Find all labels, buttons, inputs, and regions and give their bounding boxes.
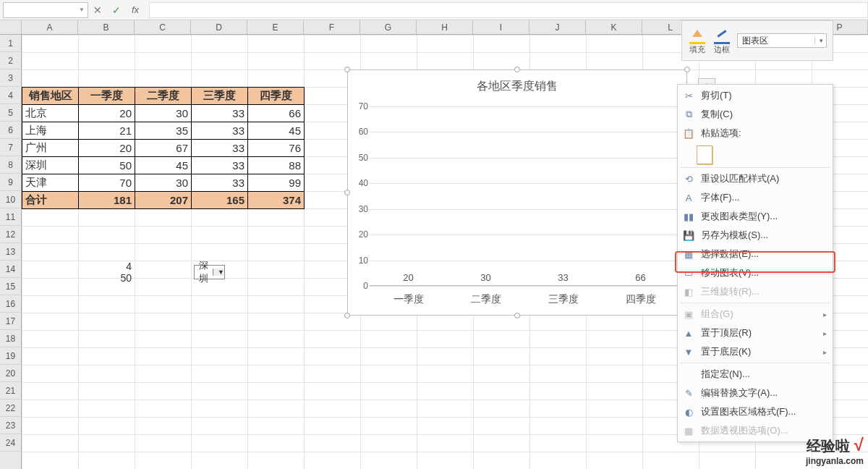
table-cell[interactable]: 45: [135, 157, 192, 174]
row-header[interactable]: 22: [0, 400, 21, 417]
table-cell[interactable]: 207: [135, 192, 192, 209]
row-header[interactable]: 1: [0, 35, 21, 52]
chart-plot-area[interactable]: 010203040506070 20303366 一季度二季度三季度四季度: [370, 106, 679, 286]
formula-input[interactable]: [149, 2, 868, 18]
table-cell[interactable]: 33: [192, 157, 248, 174]
row-header[interactable]: 3: [0, 69, 21, 87]
row-header[interactable]: 13: [0, 243, 21, 261]
column-header[interactable]: J: [529, 20, 586, 34]
column-header[interactable]: A: [22, 20, 78, 34]
table-cell[interactable]: 35: [135, 122, 192, 140]
table-cell[interactable]: 66: [248, 105, 305, 122]
table-cell[interactable]: 50: [79, 157, 135, 174]
column-header[interactable]: G: [360, 20, 417, 34]
menu-change-chart-type[interactable]: ▮▮更改图表类型(Y)...: [678, 207, 833, 226]
table-cell[interactable]: 深圳: [22, 157, 79, 174]
row-header[interactable]: 8: [0, 156, 21, 174]
menu-font[interactable]: A字体(F)...: [678, 188, 833, 207]
table-cell[interactable]: 30: [135, 174, 192, 192]
column-header[interactable]: H: [417, 20, 473, 34]
column-header[interactable]: C: [135, 20, 191, 34]
table-cell[interactable]: 67: [135, 140, 192, 157]
table-cell[interactable]: 45: [248, 122, 305, 140]
fx-icon[interactable]: fx: [126, 4, 145, 15]
table-cell[interactable]: 30: [135, 105, 192, 122]
menu-reset-style[interactable]: ⟲重设以匹配样式(A): [678, 169, 833, 188]
menu-send-back[interactable]: ▼置于底层(K)▸: [678, 342, 833, 361]
table-header[interactable]: 销售地区: [22, 88, 79, 105]
border-button[interactable]: 边框: [712, 26, 731, 55]
resize-handle[interactable]: [344, 313, 350, 318]
table-cell[interactable]: 北京: [22, 105, 79, 122]
row-header[interactable]: 5: [0, 104, 21, 122]
region-combo[interactable]: 深圳 ▼: [194, 265, 225, 279]
table-cell[interactable]: 165: [192, 192, 248, 209]
menu-cut[interactable]: ✂剪切(T): [678, 86, 833, 105]
table-cell[interactable]: 33: [192, 140, 248, 157]
row-header[interactable]: 4: [0, 87, 21, 104]
resize-handle[interactable]: [514, 313, 520, 318]
table-header[interactable]: 四季度: [248, 88, 305, 105]
column-header[interactable]: D: [191, 20, 247, 34]
resize-handle[interactable]: [344, 67, 350, 72]
table-header[interactable]: 二季度: [135, 88, 192, 105]
row-header[interactable]: 15: [0, 278, 21, 295]
table-cell[interactable]: 20: [79, 140, 135, 157]
menu-assign-macro[interactable]: 指定宏(N)...: [678, 365, 833, 384]
table-header[interactable]: 一季度: [79, 88, 135, 105]
table-cell[interactable]: 33: [192, 122, 248, 140]
row-header[interactable]: 23: [0, 417, 21, 434]
table-cell[interactable]: 天津: [22, 174, 79, 192]
table-cell[interactable]: 33: [192, 105, 248, 122]
row-header[interactable]: 14: [0, 261, 21, 278]
chart-object[interactable]: 各地区季度销售 010203040506070 20303366 一季度二季度三…: [347, 69, 687, 316]
table-cell[interactable]: 76: [248, 140, 305, 157]
column-header[interactable]: E: [247, 20, 304, 34]
table-cell[interactable]: 21: [79, 122, 135, 140]
row-header[interactable]: 19: [0, 347, 21, 365]
confirm-formula-icon[interactable]: ✓: [107, 4, 126, 16]
column-header[interactable]: I: [473, 20, 529, 34]
menu-bring-front[interactable]: ▲置于顶层(R)▸: [678, 324, 833, 342]
column-header[interactable]: K: [586, 20, 642, 34]
resize-handle[interactable]: [344, 190, 350, 195]
select-all-corner[interactable]: [0, 20, 22, 34]
fill-button[interactable]: 填充: [688, 26, 707, 55]
column-header[interactable]: F: [304, 20, 360, 34]
resize-handle[interactable]: [684, 67, 690, 72]
table-cell[interactable]: 70: [79, 174, 135, 192]
column-header[interactable]: B: [78, 20, 135, 34]
row-header[interactable]: 11: [0, 208, 21, 226]
menu-move-chart[interactable]: ▭移动图表(V)...: [678, 263, 833, 282]
row-header[interactable]: 7: [0, 139, 21, 156]
row-header[interactable]: 9: [0, 174, 21, 191]
row-header[interactable]: 20: [0, 365, 21, 382]
menu-copy[interactable]: ⧉复制(C): [678, 105, 833, 124]
resize-handle[interactable]: [514, 67, 520, 72]
row-header[interactable]: 21: [0, 382, 21, 400]
table-cell[interactable]: 181: [79, 192, 135, 209]
table-cell[interactable]: 33: [192, 174, 248, 192]
table-header[interactable]: 三季度: [192, 88, 248, 105]
row-header[interactable]: 10: [0, 191, 21, 208]
row-header[interactable]: 6: [0, 122, 21, 139]
row-header[interactable]: 12: [0, 226, 21, 243]
row-header[interactable]: 16: [0, 295, 21, 313]
row-header[interactable]: 17: [0, 313, 21, 330]
menu-format-chart-area[interactable]: ◐设置图表区域格式(F)...: [678, 402, 833, 421]
chart-area-combo[interactable]: 图表区 ▾: [737, 33, 827, 48]
table-cell[interactable]: 374: [248, 192, 305, 209]
row-header[interactable]: 24: [0, 434, 21, 452]
chart-title[interactable]: 各地区季度销售: [348, 79, 686, 94]
row-header[interactable]: 18: [0, 330, 21, 347]
table-cell[interactable]: 88: [248, 157, 305, 174]
cancel-formula-icon[interactable]: ✕: [88, 4, 107, 16]
menu-alt-text[interactable]: ✎编辑替换文字(A)...: [678, 384, 833, 402]
table-cell[interactable]: 合计: [22, 192, 79, 209]
table-cell[interactable]: 广州: [22, 140, 79, 157]
menu-select-data[interactable]: ▦选择数据(E)...: [678, 245, 833, 263]
table-cell[interactable]: 20: [79, 105, 135, 122]
paste-option-button[interactable]: [697, 145, 712, 164]
menu-save-template[interactable]: 💾另存为模板(S)...: [678, 226, 833, 245]
table-cell[interactable]: 上海: [22, 122, 79, 140]
